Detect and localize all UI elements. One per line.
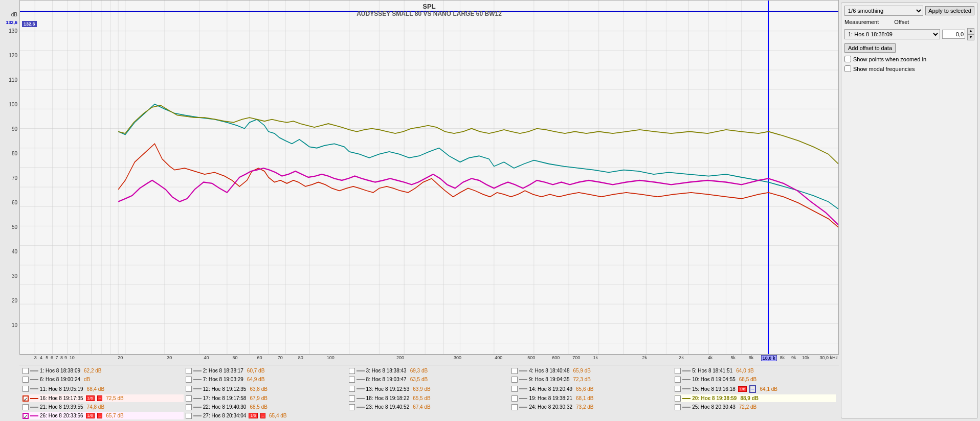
show-modal-checkbox[interactable]	[844, 65, 851, 72]
x-tick-20: 20	[118, 355, 123, 360]
graph-svg[interactable]	[20, 1, 838, 354]
show-modal-row[interactable]: Show modal frequencies	[844, 65, 974, 72]
legend-checkbox-15[interactable]	[675, 386, 681, 392]
legend-item-14[interactable]: 14: Ноє 8 19:20:49 65,6 dB	[511, 384, 673, 393]
x-tick-600: 600	[552, 355, 560, 360]
legend-checkbox-21[interactable]	[23, 404, 29, 410]
x-tick-100: 100	[327, 355, 335, 360]
legend-checkbox-5[interactable]	[675, 368, 681, 374]
legend-item-20[interactable]: 20: Ноє 8 19:38:59 88,9 dB	[675, 394, 836, 402]
legend-label-3: 3: Ноє 8 18:38:43	[366, 368, 407, 373]
legend-item-25[interactable]: 25: Ноє 8 20:30:43 72,2 dB	[675, 403, 836, 411]
legend-color-3	[357, 370, 365, 371]
legend-item-1[interactable]: 1: Ноє 8 18:38:09 62,2 dB	[23, 367, 184, 375]
x-tick-4k: 4k	[708, 355, 713, 360]
legend-checkbox-17[interactable]	[186, 395, 192, 402]
legend-checkbox-7[interactable]	[186, 377, 192, 383]
x-tick-5: 5	[46, 355, 48, 360]
y-tick-110: 110	[0, 76, 19, 84]
y-tick-20: 20	[0, 296, 19, 305]
legend-item-5[interactable]: 5: Ноє 8 18:41:51 64,0 dB	[675, 367, 836, 375]
legend-checkbox-14[interactable]	[511, 386, 518, 392]
y-tick-30: 30	[0, 272, 19, 280]
legend-checkbox-27[interactable]	[186, 413, 192, 419]
legend-item-13[interactable]: 13: Ноє 8 19:12:53 63,9 dB	[349, 384, 510, 393]
legend-item-27[interactable]: 27: Ноє 8 20:34:04 1/6 – 65,4 dB	[186, 412, 347, 419]
legend-checkbox-8[interactable]	[349, 377, 355, 383]
legend-item-18[interactable]: 18: Ноє 8 19:18:22 65,5 dB	[349, 394, 510, 402]
legend-value-20: 88,9 dB	[740, 395, 759, 401]
legend-item-10[interactable]: 10: Ноє 8 19:04:55 68,5 dB	[675, 376, 836, 383]
legend-filler	[349, 412, 836, 419]
legend-item-16[interactable]: ✓ 16: Ноє 8 19:17:35 1/6 – 72,5 dB	[23, 394, 184, 402]
legend-checkbox-1[interactable]	[23, 368, 29, 374]
legend-label-23: 23: Ноє 8 19:40:52	[366, 404, 410, 410]
main-layout: dB 132,6 130 120 110 100 90 80 70 60 50 …	[0, 0, 980, 421]
x-tick-7: 7	[55, 355, 58, 360]
legend-checkbox-18[interactable]	[349, 395, 355, 402]
graph-wrapper[interactable]: SPL AUDYSSEY SMALL 80 VS NANO LARGE 60 B…	[19, 0, 839, 355]
legend-checkbox-3[interactable]	[349, 368, 355, 374]
legend-label-22: 22: Ноє 8 19:40:30	[203, 404, 247, 410]
legend-value-25: 72,2 dB	[739, 404, 756, 410]
legend-item-22[interactable]: 22: Ноє 8 19:40:30 68,5 dB	[186, 403, 347, 411]
legend-checkbox-12[interactable]	[186, 386, 192, 392]
legend-item-3[interactable]: 3: Ноє 8 18:38:43 69,3 dB	[349, 367, 510, 375]
offset-up-button[interactable]: ▲	[967, 28, 974, 34]
smoothing-row: 1/6 smoothing Apply to selected	[844, 6, 974, 16]
legend-color-4	[519, 370, 527, 371]
legend-item-23[interactable]: 23: Ноє 8 19:40:52 67,4 dB	[349, 403, 510, 411]
legend-checkbox-10[interactable]	[675, 377, 681, 383]
legend-item-4[interactable]: 4: Ноє 8 18:40:48 65,9 dB	[511, 367, 673, 375]
legend-value-17: 67,9 dB	[250, 395, 267, 401]
legend-checkbox-2[interactable]	[186, 368, 192, 374]
legend-checkbox-26[interactable]: ✓	[23, 413, 29, 419]
offset-input[interactable]	[942, 30, 965, 39]
legend-checkbox-6[interactable]	[23, 377, 29, 383]
smoothing-select[interactable]: 1/6 smoothing	[844, 6, 923, 16]
legend-color-17	[193, 398, 202, 399]
legend-item-15[interactable]: 15: Ноє 8 19:16:18 1/6 – 64,1 dB	[675, 384, 836, 393]
legend-item-2[interactable]: 2: Ноє 8 18:38:17 60,7 dB	[186, 367, 347, 375]
legend-item-24[interactable]: 24: Ноє 8 20:30:32 73,2 dB	[511, 403, 673, 411]
legend-checkbox-22[interactable]	[186, 404, 192, 410]
legend-color-6	[30, 379, 38, 380]
legend-item-17[interactable]: 17: Ноє 8 19:17:58 67,9 dB	[186, 394, 347, 402]
legend-color-26	[30, 415, 38, 416]
legend-value-19: 68,1 dB	[576, 395, 593, 401]
legend-checkbox-20[interactable]	[675, 395, 681, 402]
top-value-box: 132,6	[22, 21, 37, 27]
x-tick-2k: 2k	[642, 355, 648, 360]
add-offset-button[interactable]: Add offset to data	[844, 43, 896, 53]
legend-checkbox-19[interactable]	[511, 395, 518, 402]
measurement-select[interactable]: 1: Ноє 8 18:38:09	[844, 29, 940, 39]
show-points-checkbox[interactable]	[844, 56, 851, 62]
legend-checkbox-23[interactable]	[349, 404, 355, 410]
legend-checkbox-16[interactable]: ✓	[23, 395, 29, 402]
apply-to-selected-button[interactable]: Apply to selected	[925, 6, 974, 15]
legend-checkbox-13[interactable]	[349, 386, 355, 392]
legend-item-8[interactable]: 8: Ноє 8 19:03:47 63,5 dB	[349, 376, 510, 383]
legend-checkbox-25[interactable]	[675, 404, 681, 410]
legend-checkbox-9[interactable]	[511, 377, 518, 383]
legend-label-19: 19: Ноє 8 19:38:21	[529, 395, 572, 401]
show-points-row[interactable]: Show points when zoomed in	[844, 56, 974, 62]
legend-item-6[interactable]: 6: Ноє 8 19:00:24 dB	[23, 376, 184, 383]
legend-checkbox-24[interactable]	[511, 404, 518, 410]
legend-item-26[interactable]: ✓ 26: Ноє 8 20:33:56 1/6 – 65,7 dB	[23, 412, 184, 419]
legend-checkbox-4[interactable]	[511, 368, 518, 374]
legend-item-9[interactable]: 9: Ноє 8 19:04:35 72,3 dB	[511, 376, 673, 383]
legend-value-12: 63,8 dB	[250, 386, 267, 392]
offset-down-button[interactable]: ▼	[967, 34, 974, 40]
legend-color-14	[519, 388, 527, 389]
legend-item-19[interactable]: 19: Ноє 8 19:38:21 68,1 dB	[511, 394, 673, 402]
legend-item-21[interactable]: 21: Ноє 8 19:39:55 74,8 dB	[23, 403, 184, 411]
legend-item-12[interactable]: 12: Ноє 8 19:12:35 63,8 dB	[186, 384, 347, 393]
legend-item-11[interactable]: 11: Ноє 8 19:05:19 68,4 dB	[23, 384, 184, 393]
legend-color-16	[30, 398, 38, 399]
legend-item-7[interactable]: 7: Ноє 8 19:03:29 64,9 dB	[186, 376, 347, 383]
legend-checkbox-11[interactable]	[23, 386, 29, 392]
legend-color-25	[682, 407, 691, 408]
y-tick-120: 120	[0, 51, 19, 59]
right-panel: 1/6 smoothing Apply to selected Measurem…	[841, 2, 978, 419]
